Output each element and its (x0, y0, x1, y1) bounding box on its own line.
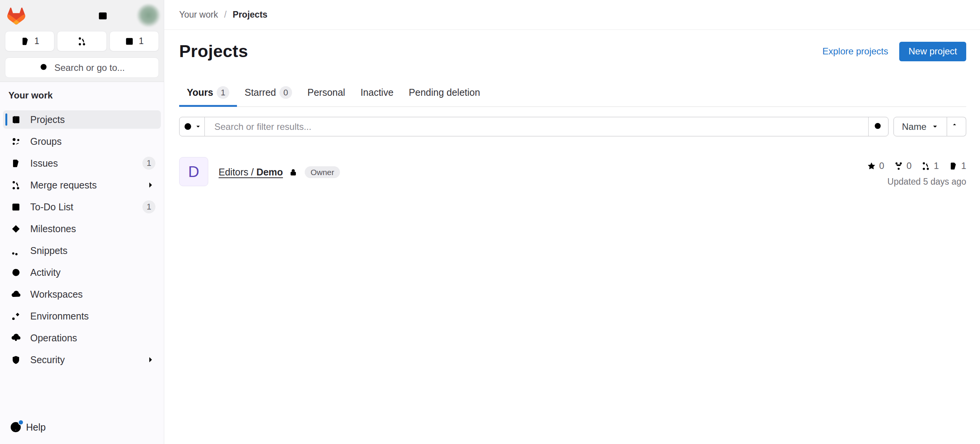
forks-stat[interactable]: 0 (894, 161, 911, 171)
merge-requests-counter-button[interactable] (57, 31, 106, 51)
project-list-item: D Editors / Demo Owner 0 0 (179, 157, 966, 187)
create-new-button[interactable] (115, 8, 131, 23)
todo-badge: 1 (142, 200, 155, 213)
fork-icon (894, 161, 903, 171)
sidebar-item-milestones[interactable]: Milestones (3, 220, 161, 238)
sidebar-body: Your work Projects Groups Issues 1 Merge… (0, 82, 164, 444)
sidebar-item-label: Projects (30, 114, 65, 125)
stars-stat[interactable]: 0 (867, 161, 884, 171)
tab-personal[interactable]: Personal (300, 77, 353, 106)
forks-count: 0 (906, 161, 911, 171)
explore-projects-link[interactable]: Explore projects (822, 46, 888, 57)
gitlab-logo-icon[interactable] (7, 7, 25, 25)
tab-yours[interactable]: Yours 1 (179, 77, 237, 106)
search-history-dropdown[interactable] (180, 117, 205, 136)
tab-starred[interactable]: Starred 0 (237, 77, 300, 106)
sidebar-nav: Projects Groups Issues 1 Merge requests … (0, 110, 164, 369)
sidebar-top-actions (95, 4, 158, 28)
sidebar-item-snippets[interactable]: Snippets (3, 241, 161, 260)
sidebar-item-label: Workspaces (30, 289, 83, 300)
merge-requests-stat[interactable]: 1 (921, 161, 939, 171)
help-notification-dot (18, 419, 24, 425)
help-button[interactable]: Help (0, 413, 164, 444)
global-search-button[interactable]: Search or go to... (5, 57, 159, 78)
user-avatar[interactable] (137, 4, 160, 28)
sidebar-toggle-button[interactable] (95, 8, 110, 23)
history-icon (11, 267, 21, 278)
sidebar-item-groups[interactable]: Groups (3, 132, 161, 151)
cloud-terminal-icon (11, 289, 21, 300)
lock-icon (289, 168, 298, 177)
sidebar-item-operations[interactable]: Operations (3, 329, 161, 347)
issues-icon (11, 158, 21, 169)
chevron-right-icon (145, 355, 155, 365)
issues-icon (20, 36, 30, 46)
breadcrumb-parent-link[interactable]: Your work (179, 10, 218, 20)
issues-count: 1 (34, 36, 39, 46)
project-name-link[interactable]: Editors / Demo (219, 167, 283, 178)
issues-counter-button[interactable]: 1 (5, 31, 54, 51)
merge-request-icon (77, 36, 87, 46)
sidebar-section-label: Your work (0, 91, 164, 100)
project-avatar[interactable]: D (179, 157, 208, 186)
title-row: Projects Explore projects New project (179, 39, 966, 64)
new-project-button[interactable]: New project (899, 42, 966, 61)
search-icon (39, 62, 49, 73)
sidebar-item-label: Merge requests (30, 180, 97, 191)
star-icon (867, 161, 876, 171)
sidebar-item-label: Activity (30, 267, 60, 278)
sidebar-item-label: Milestones (30, 223, 76, 234)
page-content: Projects Explore projects New project Yo… (164, 39, 980, 187)
todos-counter-button[interactable]: 1 (109, 31, 159, 51)
search-placeholder-label: Search or go to... (54, 62, 125, 73)
search-icon (873, 121, 884, 132)
sidebar-item-label: Security (30, 354, 65, 365)
sidebar-item-label: Groups (30, 136, 62, 147)
task-done-icon (11, 202, 21, 212)
sort-by-label: Name (902, 121, 926, 132)
title-actions: Explore projects New project (822, 42, 966, 61)
stars-count: 0 (879, 161, 884, 171)
tab-inactive[interactable]: Inactive (353, 77, 401, 106)
tab-label: Starred (245, 87, 276, 98)
filtered-search-bar (179, 117, 889, 136)
sort-ascending-icon (951, 121, 962, 132)
milestone-icon (11, 224, 21, 234)
filter-search-input[interactable] (205, 117, 868, 136)
sort-direction-button[interactable] (947, 117, 966, 136)
snippet-icon (11, 246, 21, 256)
issues-icon (949, 161, 958, 171)
issues-stat[interactable]: 1 (949, 161, 966, 171)
sidebar-item-issues[interactable]: Issues 1 (3, 154, 161, 172)
submit-search-button[interactable] (868, 117, 888, 136)
sidebar-item-workspaces[interactable]: Workspaces (3, 285, 161, 303)
tab-pending-deletion[interactable]: Pending deletion (401, 77, 488, 106)
sidebar-item-security[interactable]: Security (3, 351, 161, 369)
sidebar-item-activity[interactable]: Activity (3, 263, 161, 282)
breadcrumb-separator: / (224, 10, 226, 20)
sidebar-item-merge-requests[interactable]: Merge requests (3, 176, 161, 194)
sort-by-dropdown[interactable]: Name (893, 117, 947, 136)
tab-label: Personal (307, 87, 345, 98)
sidebar-item-projects[interactable]: Projects (3, 110, 161, 129)
tab-label: Pending deletion (409, 87, 480, 98)
merge-requests-count: 1 (934, 161, 939, 171)
chevron-down-icon (931, 123, 939, 130)
help-label: Help (26, 422, 46, 433)
task-done-icon (124, 36, 134, 46)
sort-controls: Name (893, 117, 966, 136)
tab-count-badge: 1 (217, 86, 229, 99)
sidebar-item-todo-list[interactable]: To-Do List 1 (3, 198, 161, 216)
sidebar-item-label: Issues (30, 158, 58, 169)
super-sidebar: 1 1 Search or go to... Your work Project… (0, 0, 164, 444)
project-meta: 0 0 1 1 Updated 5 days ago (867, 161, 966, 187)
filter-row: Name (179, 117, 966, 136)
project-tabs: Yours 1 Starred 0 Personal Inactive Pend… (179, 77, 966, 107)
sidebar-top-row (5, 5, 159, 27)
sidebar-item-environments[interactable]: Environments (3, 307, 161, 325)
sidebar-item-label: Environments (30, 311, 89, 322)
shield-icon (11, 355, 21, 365)
tab-label: Yours (187, 87, 213, 98)
tab-label: Inactive (361, 87, 394, 98)
project-stats: 0 0 1 1 (867, 161, 966, 171)
